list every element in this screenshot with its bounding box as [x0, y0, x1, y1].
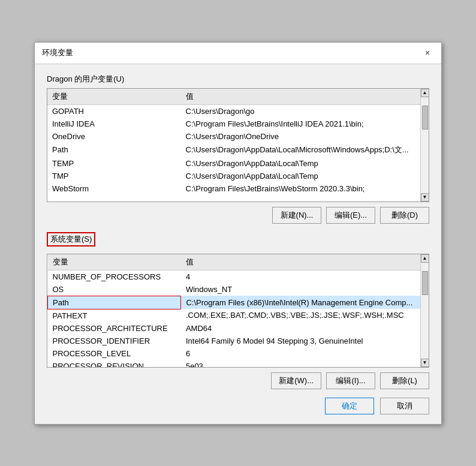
system-table-scrollbar[interactable]: ▲ ▼ [420, 254, 429, 367]
system-edit-button[interactable]: 编辑(I)... [326, 372, 375, 389]
val-cell: Intel64 Family 6 Model 94 Stepping 3, Ge… [181, 335, 429, 347]
var-cell: IntelliJ IDEA [47, 118, 181, 130]
val-cell: C:\Users\Dragon\OneDrive [181, 130, 429, 143]
system-section-label: 系统变量(S) [47, 232, 95, 246]
val-cell: 5e03 [181, 360, 429, 368]
user-new-button[interactable]: 新建(N)... [272, 207, 321, 224]
title-bar: 环境变量 × [35, 43, 441, 64]
val-cell: C:\Program Files\JetBrains\WebStorm 2020… [181, 182, 429, 195]
system-variables-table-container: 变量 值 NUMBER_OF_PROCESSORS4OSWindows_NTPa… [47, 254, 429, 368]
var-cell: GOPATH [47, 104, 181, 118]
environment-variables-dialog: 环境变量 × Dragon 的用户变量(U) 变量 值 GOPATHC:\Use… [34, 42, 442, 425]
user-buttons-row: 新建(N)... 编辑(E)... 删除(D) [47, 207, 429, 224]
val-cell: C:\Users\Dragon\go [181, 104, 429, 118]
table-row[interactable]: PathC:\Users\Dragon\AppData\Local\Micros… [47, 143, 429, 157]
system-table-header: 变量 值 [48, 254, 429, 270]
system-buttons-row: 新建(W)... 编辑(I)... 删除(L) [47, 372, 429, 389]
table-row[interactable]: TMPC:\Users\Dragon\AppData\Local\Temp [47, 170, 429, 182]
val-cell: C:\Users\Dragon\AppData\Local\Temp [181, 170, 429, 182]
user-section-label: Dragon 的用户变量(U) [47, 74, 429, 85]
system-col-var-header: 变量 [48, 254, 181, 270]
table-row[interactable]: PathC:\Program Files (x86)\Intel\Intel(R… [48, 296, 429, 309]
dialog-title: 环境变量 [42, 47, 73, 58]
var-cell: PROCESSOR_REVISION [48, 360, 181, 368]
close-button[interactable]: × [421, 46, 434, 59]
var-cell: PROCESSOR_ARCHITECTURE [48, 322, 181, 335]
val-cell: AMD64 [181, 322, 429, 335]
system-scrollbar-up-arrow[interactable]: ▲ [421, 254, 429, 263]
system-table-body: NUMBER_OF_PROCESSORS4OSWindows_NTPathC:\… [48, 270, 429, 368]
val-cell: C:\Users\Dragon\AppData\Local\Temp [181, 157, 429, 170]
user-variables-table-container: 变量 值 GOPATHC:\Users\Dragon\goIntelliJ ID… [47, 88, 429, 202]
var-cell: Path [48, 296, 181, 309]
val-cell: C:\Program Files\JetBrains\IntelliJ IDEA… [181, 118, 429, 130]
ok-button[interactable]: 确定 [325, 398, 374, 414]
user-table-body: GOPATHC:\Users\Dragon\goIntelliJ IDEAC:\… [47, 104, 429, 195]
table-row[interactable]: PATHEXT.COM;.EXE;.BAT;.CMD;.VBS;.VBE;.JS… [48, 309, 429, 322]
table-row[interactable]: PROCESSOR_ARCHITECTUREAMD64 [48, 322, 429, 335]
scrollbar-down-arrow[interactable]: ▼ [421, 193, 429, 202]
var-cell: OneDrive [47, 130, 181, 143]
var-cell: NUMBER_OF_PROCESSORS [48, 270, 181, 283]
user-col-val-header: 值 [181, 89, 429, 105]
user-delete-button[interactable]: 删除(D) [380, 207, 429, 224]
var-cell: OS [48, 283, 181, 296]
table-row[interactable]: OneDriveC:\Users\Dragon\OneDrive [47, 130, 429, 143]
table-row[interactable]: WebStormC:\Program Files\JetBrains\WebSt… [47, 182, 429, 195]
cancel-button[interactable]: 取消 [380, 398, 429, 414]
val-cell: Windows_NT [181, 283, 429, 296]
val-cell: 6 [181, 347, 429, 360]
val-cell: C:\Users\Dragon\AppData\Local\Microsoft\… [181, 143, 429, 157]
scrollbar-up-arrow[interactable]: ▲ [421, 89, 429, 97]
user-table-header: 变量 值 [47, 89, 429, 105]
system-col-val-header: 值 [181, 254, 429, 270]
system-new-button[interactable]: 新建(W)... [271, 372, 321, 389]
var-cell: Path [47, 143, 181, 157]
val-cell: 4 [181, 270, 429, 283]
table-row[interactable]: PROCESSOR_IDENTIFIERIntel64 Family 6 Mod… [48, 335, 429, 347]
table-row[interactable]: NUMBER_OF_PROCESSORS4 [48, 270, 429, 283]
var-cell: TEMP [47, 157, 181, 170]
dialog-body: Dragon 的用户变量(U) 变量 值 GOPATHC:\Users\Drag… [35, 64, 441, 424]
system-delete-button[interactable]: 删除(L) [380, 372, 429, 389]
var-cell: PATHEXT [48, 309, 181, 322]
table-row[interactable]: GOPATHC:\Users\Dragon\go [47, 104, 429, 118]
system-scrollbar-down-arrow[interactable]: ▼ [421, 359, 429, 367]
user-table-scrollbar[interactable]: ▲ ▼ [420, 89, 429, 202]
user-edit-button[interactable]: 编辑(E)... [326, 207, 375, 224]
user-col-var-header: 变量 [47, 89, 181, 105]
var-cell: TMP [47, 170, 181, 182]
table-row[interactable]: PROCESSOR_REVISION5e03 [48, 360, 429, 368]
table-row[interactable]: OSWindows_NT [48, 283, 429, 296]
table-row[interactable]: PROCESSOR_LEVEL6 [48, 347, 429, 360]
system-variables-table: 变量 值 NUMBER_OF_PROCESSORS4OSWindows_NTPa… [47, 254, 429, 368]
user-variables-table: 变量 值 GOPATHC:\Users\Dragon\goIntelliJ ID… [47, 89, 429, 195]
var-cell: PROCESSOR_LEVEL [48, 347, 181, 360]
scrollbar-thumb[interactable] [422, 106, 428, 130]
footer-buttons: 确定 取消 [47, 398, 429, 414]
val-cell: C:\Program Files (x86)\Intel\Intel(R) Ma… [181, 296, 429, 309]
table-row[interactable]: TEMPC:\Users\Dragon\AppData\Local\Temp [47, 157, 429, 170]
table-row[interactable]: IntelliJ IDEAC:\Program Files\JetBrains\… [47, 118, 429, 130]
val-cell: .COM;.EXE;.BAT;.CMD;.VBS;.VBE;.JS;.JSE;.… [181, 309, 429, 322]
system-scrollbar-thumb[interactable] [422, 271, 428, 295]
var-cell: WebStorm [47, 182, 181, 195]
var-cell: PROCESSOR_IDENTIFIER [48, 335, 181, 347]
